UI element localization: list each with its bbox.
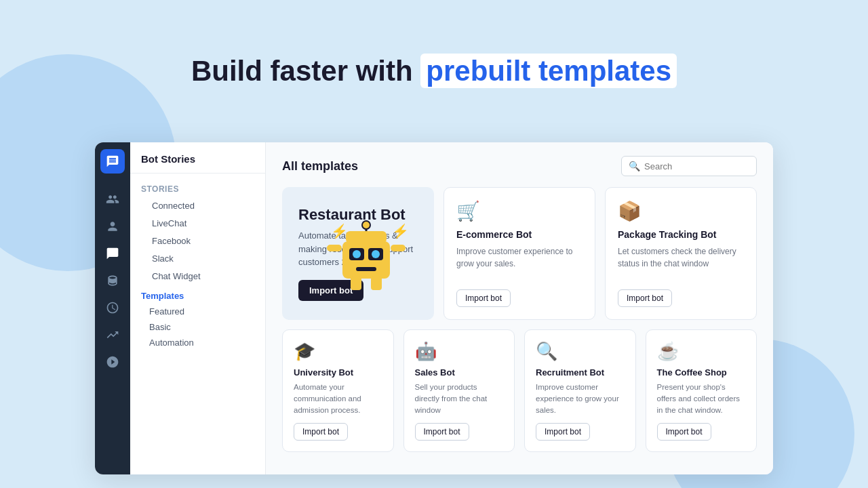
search-icon: 🔍 [629,161,640,171]
coffee-template-card: ☕ The Coffee Shop Present your shop's of… [646,329,757,453]
svg-text:⚡: ⚡ [392,223,409,239]
stories-section-label: Stories [130,179,265,197]
sales-import-button[interactable]: Import bot [415,423,469,441]
sidebar-item-facebook[interactable]: Facebook [133,232,262,249]
coffee-import-button[interactable]: Import bot [657,423,711,441]
nav-chat-icon[interactable] [100,241,125,266]
templates-section-header[interactable]: Templates [130,285,265,304]
svg-point-4 [372,250,380,258]
svg-rect-0 [342,241,390,279]
coffee-card-title: The Coffee Shop [657,367,746,378]
sidebar: Bot Stories Stories Connected LiveChat F… [130,142,266,474]
content-title: All templates [282,159,358,174]
svg-point-3 [353,250,361,258]
sidebar-item-featured[interactable]: Featured [130,304,265,319]
nav-database-icon[interactable] [100,268,125,293]
tracking-card-desc: Let customers check the delivery status … [618,245,744,281]
tracking-card-title: Package Tracking Bot [618,229,744,240]
template-grid-top: Restaurant Bot Automate taking orders & … [282,187,757,320]
app-logo[interactable] [100,149,125,174]
university-template-card: 🎓 University Bot Automate your communica… [282,329,394,453]
svg-rect-8 [356,267,376,271]
heading-highlight: prebuilt templates [420,54,677,88]
svg-text:⚡: ⚡ [331,223,348,239]
sales-icon: 🤖 [415,341,504,362]
svg-rect-9 [327,245,342,251]
coffee-card-desc: Present your shop's offers and collect o… [657,382,746,417]
recruitment-import-button[interactable]: Import bot [536,423,590,441]
page-header: Build faster with prebuilt templates [0,54,868,88]
recruitment-card-desc: Improve customer experience to grow your… [536,382,625,417]
robot-illustration: ⚡ ⚡ [312,194,420,302]
recruitment-template-card: 🔍 Recruitment Bot Improve customer exper… [524,329,636,453]
svg-rect-7 [346,231,387,243]
university-import-button[interactable]: Import bot [294,423,348,441]
tracking-import-button[interactable]: Import bot [618,289,672,307]
svg-rect-11 [351,277,361,290]
search-input[interactable] [644,161,749,171]
nav-team-icon[interactable] [100,187,125,211]
ecommerce-icon: 🛒 [456,200,583,222]
university-card-desc: Automate your communication and admissio… [294,382,382,417]
nav-analytics-icon[interactable] [100,323,125,347]
svg-point-6 [362,221,370,229]
ecommerce-import-button[interactable]: Import bot [456,289,511,307]
sidebar-item-livechat[interactable]: LiveChat [133,215,262,232]
ecommerce-card-title: E-commerce Bot [456,229,583,240]
template-grid-bottom: 🎓 University Bot Automate your communica… [282,329,757,453]
sidebar-item-slack[interactable]: Slack [133,250,262,267]
svg-rect-12 [371,277,382,290]
sidebar-item-automation[interactable]: Automation [130,335,265,350]
app-title: Bot Stories [130,153,265,174]
sidebar-item-basic[interactable]: Basic [130,319,265,335]
ecommerce-card-desc: Improve customer experience to grow your… [456,245,583,281]
featured-template-card: Restaurant Bot Automate taking orders & … [282,187,434,320]
recruitment-icon: 🔍 [536,341,625,362]
search-box[interactable]: 🔍 [621,156,757,176]
sales-card-title: Sales Bot [415,367,504,378]
nav-clock-icon[interactable] [100,296,125,320]
main-content: All templates 🔍 Restaurant Bot Automate … [266,142,773,474]
sidebar-item-chatwidget[interactable]: Chat Widget [133,268,262,285]
sales-template-card: 🤖 Sales Bot Sell your products directly … [403,329,515,453]
svg-rect-10 [391,245,406,251]
main-heading: Build faster with prebuilt templates [0,54,868,88]
content-header: All templates 🔍 [282,156,757,176]
icon-rail [95,142,130,474]
heading-text: Build faster with [191,55,420,87]
nav-settings-icon[interactable] [100,350,125,374]
coffee-icon: ☕ [657,341,746,362]
logo-icon [106,155,119,168]
recruitment-card-title: Recruitment Bot [536,367,625,378]
tracking-icon: 📦 [618,200,744,222]
tracking-template-card: 📦 Package Tracking Bot Let customers che… [605,187,757,320]
app-container: Bot Stories Stories Connected LiveChat F… [95,142,773,474]
ecommerce-template-card: 🛒 E-commerce Bot Improve customer experi… [443,187,595,320]
university-icon: 🎓 [294,341,382,362]
sales-card-desc: Sell your products directly from the cha… [415,382,504,417]
nav-contacts-icon[interactable] [100,214,125,239]
sidebar-item-connected[interactable]: Connected [133,197,262,214]
university-card-title: University Bot [294,367,382,378]
